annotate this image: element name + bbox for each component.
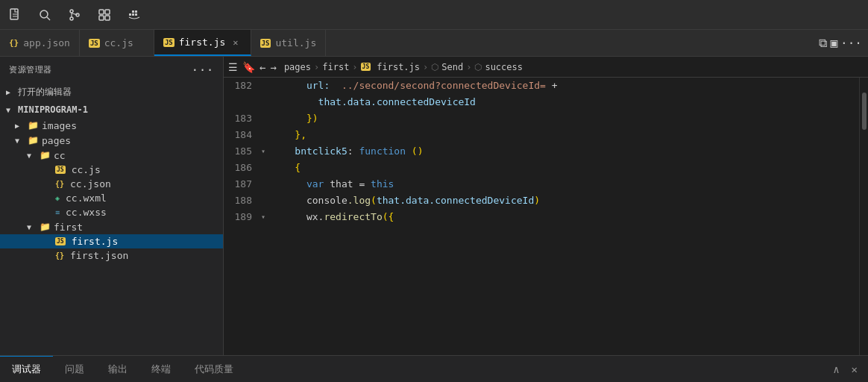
code-line-184: 184 }, [224,127,859,143]
tab-label-first-js: first.js [179,37,226,48]
bottom-tab-problems[interactable]: 问题 [53,356,96,382]
bottom-tab-debugger-label: 调试器 [12,363,41,376]
sidebar-header: 资源管理器 ··· [0,57,223,83]
sidebar-item-pages[interactable]: ▼ 📁 pages [0,133,223,148]
sidebar-item-cc-wxss[interactable]: ≡ cc.wxss [0,205,223,219]
code-line-185: 185 ▾ bntclick5: function () [224,143,859,160]
line-num-186: 186 [224,160,261,176]
code-content-cont: that.data.connectedDeviceId [271,94,476,110]
pages-label: pages [42,135,71,146]
toggle-panel-icon[interactable]: ▣ [830,36,837,50]
first-js-label: first.js [72,236,119,247]
sidebar-item-cc-js[interactable]: JS cc.js [0,163,223,177]
svg-rect-8 [99,10,104,14]
extensions-icon[interactable] [95,6,113,24]
first-json-label: first.json [70,250,128,261]
svg-rect-9 [105,10,110,14]
bottom-tab-debugger[interactable]: 调试器 [0,356,53,382]
miniprogram-label: MINIPROGRAM-1 [18,104,88,115]
tab-label-app-json: app.json [23,37,70,48]
editor-area: ☰ 🔖 ← → pages › first › JS first.js › ⬡ … [224,57,868,355]
panel-close-icon[interactable]: ✕ [847,360,862,378]
fold-arrow-189[interactable]: ▾ [261,209,271,225]
code-line-188: 188 console.log(that.data.connectedDevic… [224,192,859,209]
svg-point-6 [70,17,73,20]
tab-util-js[interactable]: JS util.js [251,30,327,56]
bottom-tab-code-quality-label: 代码质量 [195,363,233,376]
bookmark-icon[interactable]: 🔖 [242,61,255,73]
code-content-186: { [271,160,301,176]
breadcrumb-success[interactable]: success [485,62,523,72]
cc-wxss-label: cc.wxss [66,207,107,218]
bottom-tab-code-quality[interactable]: 代码质量 [183,356,245,382]
line-num-185: 185 [224,143,261,160]
line-num-189: 189 [224,209,261,225]
miniprogram-header[interactable]: ▼ MINIPROGRAM-1 [0,101,223,118]
code-content-182: url: ../second/second?connectedDeviceId=… [271,78,558,94]
code-line-189: 189 ▾ wx.redirectTo({ [224,209,859,225]
code-line-182: 182 url: ../second/second?connectedDevic… [224,78,859,94]
sidebar-more-icon[interactable]: ··· [192,63,214,77]
tab-cc-js[interactable]: JS cc.js [80,30,154,56]
nav-back-icon[interactable]: ← [260,61,265,73]
tab-icon-app-json: {} [9,38,19,48]
line-num-183: 183 [224,110,261,127]
code-content-184: }, [271,127,306,143]
bottom-tab-terminal-label: 终端 [151,363,171,376]
docker-icon[interactable] [125,6,143,24]
images-chevron: ▶ [15,122,24,130]
first-folder-chevron: ▼ [27,223,36,231]
hamburger-menu-icon[interactable]: ☰ [228,61,238,73]
source-control-icon[interactable] [66,6,84,24]
sidebar-item-cc-wxml[interactable]: ◈ cc.wxml [0,191,223,205]
line-num-184: 184 [224,127,261,143]
fold-184 [261,127,271,143]
svg-rect-10 [99,16,104,20]
code-line-183: 183 }) [224,110,859,127]
cc-folder-chevron: ▼ [27,151,36,160]
tab-label-cc-js: cc.js [104,37,133,48]
search-icon[interactable] [36,6,54,24]
svg-rect-13 [132,13,134,16]
main-content: 资源管理器 ··· ▶ 打开的编辑器 ▼ MINIPROGRAM-1 ▶ 📁 i… [0,57,868,355]
tab-first-js[interactable]: JS first.js ✕ [154,30,251,56]
breadcrumb-send[interactable]: Send [441,62,463,72]
breadcrumb-file-icon: JS [361,63,371,71]
breadcrumb-firstjs[interactable]: first.js [377,62,420,72]
nav-forward-icon[interactable]: → [270,61,276,73]
first-folder-icon: 📁 [39,221,51,233]
new-file-icon[interactable] [6,6,24,24]
sidebar-item-images[interactable]: ▶ 📁 images [0,118,223,133]
breadcrumb-pages[interactable]: pages [284,62,311,72]
open-editors-header[interactable]: ▶ 打开的编辑器 [0,83,223,101]
sidebar-title: 资源管理器 [9,64,52,75]
sidebar-item-cc-folder[interactable]: ▼ 📁 cc [0,148,223,163]
images-label: images [42,120,77,131]
breadcrumb-first[interactable]: first [322,62,349,72]
more-actions-icon[interactable]: ··· [840,36,862,50]
bottom-tab-output[interactable]: 输出 [96,356,139,382]
sidebar-item-first-json[interactable]: {} first.json [0,248,223,263]
bottom-panel-actions: ∧ ✕ [823,356,868,382]
svg-rect-15 [132,10,134,13]
sidebar-item-first-folder[interactable]: ▼ 📁 first [0,219,223,234]
cc-js-label: cc.js [72,164,101,175]
code-content-187: var that = this [271,176,394,192]
sidebar: 资源管理器 ··· ▶ 打开的编辑器 ▼ MINIPROGRAM-1 ▶ 📁 i… [0,57,224,355]
svg-rect-14 [135,13,137,16]
tab-app-json[interactable]: {} app.json [0,30,80,56]
cc-folder-icon: 📁 [39,149,51,161]
sidebar-item-first-js[interactable]: JS first.js [0,234,223,248]
breadcrumb-obj-icon: ⬡ [431,62,438,72]
cc-js-file-icon: JS [55,166,66,174]
fold-arrow-185[interactable]: ▾ [261,143,271,160]
bottom-tab-terminal[interactable]: 终端 [139,356,183,382]
panel-collapse-icon[interactable]: ∧ [828,360,843,378]
sidebar-item-cc-json[interactable]: {} cc.json [0,177,223,191]
cc-wxml-file-icon: ◈ [55,194,60,202]
code-editor[interactable]: 182 url: ../second/second?connectedDevic… [224,78,859,355]
split-editor-icon[interactable]: ⧉ [819,36,827,50]
right-scrollbar[interactable] [859,78,868,355]
code-content-188: console.log(that.data.connectedDeviceId) [271,192,540,209]
tab-close-first-js[interactable]: ✕ [230,36,241,49]
